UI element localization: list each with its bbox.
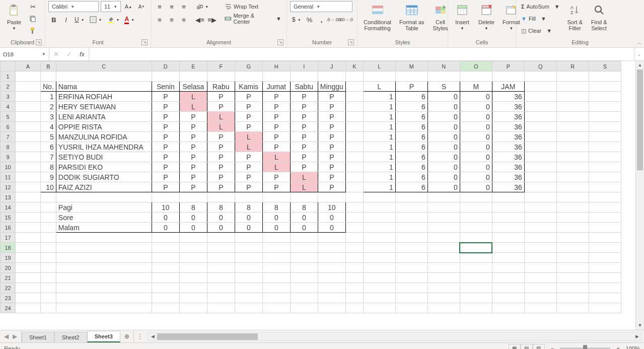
cell[interactable]: 6	[395, 92, 427, 102]
cell[interactable]: P	[235, 182, 262, 192]
cell[interactable]: Malam	[56, 223, 152, 233]
cell[interactable]: 0	[427, 152, 460, 162]
cell[interactable]	[290, 273, 318, 283]
cell[interactable]	[460, 192, 492, 202]
cell[interactable]	[345, 172, 363, 182]
cell[interactable]	[460, 223, 492, 233]
cell[interactable]	[556, 102, 589, 112]
cell[interactable]	[179, 192, 207, 202]
cell[interactable]	[345, 82, 363, 92]
cell[interactable]	[524, 233, 556, 243]
nav-next-icon[interactable]: ▶	[13, 333, 17, 340]
cell[interactable]: 1	[363, 102, 395, 112]
cell[interactable]: 0	[152, 223, 179, 233]
decrease-decimal-button[interactable]: .00→.0	[340, 14, 351, 25]
cell[interactable]	[492, 192, 524, 202]
cell[interactable]: L	[363, 82, 395, 92]
zoom-slider[interactable]	[560, 347, 610, 350]
row-header[interactable]: 10	[1, 162, 16, 172]
copy-button[interactable]	[27, 13, 38, 24]
paste-button[interactable]: Paste ▼	[3, 1, 25, 32]
cell[interactable]: 0	[152, 213, 179, 223]
cell[interactable]: 36	[492, 182, 524, 192]
cell[interactable]	[524, 223, 556, 233]
cell[interactable]	[492, 303, 524, 313]
cell[interactable]: P	[179, 122, 207, 132]
cell[interactable]	[589, 303, 621, 313]
cell[interactable]: Kamis	[235, 82, 262, 92]
cell[interactable]	[152, 283, 179, 293]
cell[interactable]	[524, 162, 556, 172]
italic-button[interactable]: I	[60, 14, 71, 25]
cell[interactable]	[363, 263, 395, 273]
cell[interactable]	[395, 223, 427, 233]
cell[interactable]	[235, 293, 262, 303]
cell[interactable]: L	[290, 172, 318, 182]
cell[interactable]: 5	[41, 132, 56, 142]
cell[interactable]	[524, 132, 556, 142]
clear-button[interactable]: ◫Clear▼	[519, 25, 562, 36]
cell[interactable]	[262, 263, 290, 273]
cell[interactable]	[179, 303, 207, 313]
cell[interactable]	[589, 122, 621, 132]
cell[interactable]: P	[152, 92, 179, 102]
cell[interactable]: L	[207, 112, 235, 122]
cell[interactable]	[395, 303, 427, 313]
cell[interactable]	[16, 112, 41, 122]
cell[interactable]	[179, 293, 207, 303]
row-header[interactable]: 22	[1, 283, 16, 293]
align-top-button[interactable]: ≡	[154, 1, 165, 12]
cell[interactable]: 36	[492, 112, 524, 122]
cell[interactable]	[427, 72, 460, 82]
cell[interactable]	[262, 303, 290, 313]
row-header[interactable]: 2	[1, 82, 16, 92]
cell[interactable]	[318, 283, 345, 293]
cell[interactable]: 0	[460, 162, 492, 172]
cell[interactable]	[290, 253, 318, 263]
cell[interactable]	[16, 172, 41, 182]
cell[interactable]	[16, 72, 41, 82]
cell[interactable]: L	[235, 132, 262, 142]
cell[interactable]	[16, 202, 41, 213]
column-header[interactable]: C	[56, 61, 152, 72]
cell[interactable]	[363, 72, 395, 82]
cell[interactable]: P	[152, 172, 179, 182]
cell[interactable]: PARSIDI EKO	[56, 162, 152, 172]
column-header[interactable]: G	[235, 61, 262, 72]
cell[interactable]	[152, 273, 179, 283]
cell[interactable]: 0	[460, 152, 492, 162]
cell[interactable]: P	[290, 132, 318, 142]
cell[interactable]: L	[262, 152, 290, 162]
cell[interactable]: P	[318, 152, 345, 162]
font-color-button[interactable]: A▼	[122, 14, 136, 25]
spreadsheet-grid[interactable]: ABCDEFGHIJKLMNOPQRS12No.NamaSeninSelasaR…	[0, 61, 644, 330]
column-header[interactable]: M	[395, 61, 427, 72]
cell[interactable]	[56, 243, 152, 253]
cell[interactable]	[152, 192, 179, 202]
cell[interactable]	[262, 243, 290, 253]
cell[interactable]: 36	[492, 152, 524, 162]
align-middle-button[interactable]: ≡	[166, 1, 177, 12]
cell[interactable]	[363, 303, 395, 313]
accounting-format-button[interactable]: $▼	[290, 14, 303, 25]
cell[interactable]	[207, 303, 235, 313]
cell[interactable]: 0	[262, 223, 290, 233]
cell[interactable]: P	[318, 162, 345, 172]
cell[interactable]: P	[318, 112, 345, 122]
cell[interactable]	[589, 92, 621, 102]
cell[interactable]	[556, 293, 589, 303]
cell[interactable]: 6	[395, 122, 427, 132]
cell[interactable]: 1	[363, 142, 395, 152]
cell[interactable]	[395, 283, 427, 293]
cell[interactable]	[395, 192, 427, 202]
column-header[interactable]: N	[427, 61, 460, 72]
cell[interactable]	[524, 102, 556, 112]
cell[interactable]: P	[152, 132, 179, 142]
cell[interactable]: Selasa	[179, 82, 207, 92]
cell[interactable]	[556, 213, 589, 223]
cell[interactable]: 0	[460, 182, 492, 192]
cell[interactable]	[207, 273, 235, 283]
cell[interactable]	[207, 293, 235, 303]
cell[interactable]: 8	[207, 202, 235, 213]
cell[interactable]: P	[207, 102, 235, 112]
